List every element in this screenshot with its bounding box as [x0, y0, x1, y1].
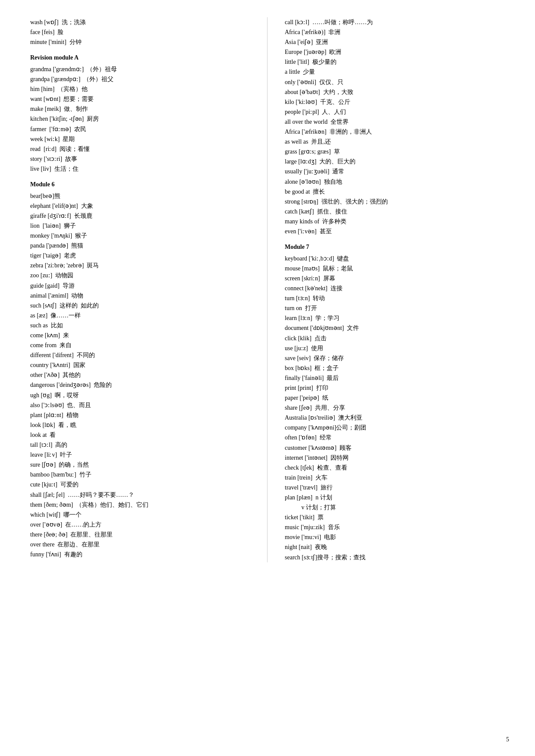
entry-line: box [bɒks] 框；盒子	[285, 363, 505, 373]
entry-line: farmer ['fɑːmə] 农民	[30, 124, 250, 134]
entry-line: travel ['trævl] 旅行	[285, 483, 505, 492]
entry-line: turn [tɜːn] 转动	[285, 293, 505, 303]
entry-line: read [riːd] 阅读；看懂	[30, 144, 250, 154]
entry-line: save [seiv] 保存；储存	[285, 353, 505, 363]
entry-line: live [liv] 生活；住	[30, 164, 250, 174]
entry-line: different ['difrent] 不同的	[30, 350, 250, 360]
entry-line: wash [wɒʃ] 洗；洗涤	[30, 17, 250, 27]
entry-line: Africa ['æfrikə)] 非洲	[285, 27, 505, 37]
entry-line: use [juːz] 使用	[285, 343, 505, 353]
entry-line: other ['ʌðə] 其他的	[30, 370, 250, 380]
entry-line: leave [liːv] 叶子	[30, 450, 250, 460]
entry-line: such [sʌtʃ] 这样的 如此的	[30, 301, 250, 311]
entry-line: music ['mjuːzik] 音乐	[285, 522, 505, 532]
entry-line: zoo [zuː] 动物园	[30, 270, 250, 280]
entry-line: tiger ['taigə] 老虎	[30, 251, 250, 260]
entry-line: which [witʃ] 哪一个	[30, 510, 250, 520]
entry-line: even ['iːvən] 甚至	[285, 226, 505, 236]
entry-line: share [ʃeə] 共用、分享	[285, 403, 505, 413]
entry-line: kilo ['kiːləʊ] 千克、公斤	[285, 97, 505, 107]
entry-line: make [meik] 做、制作	[30, 104, 250, 114]
entry-line: customer ['kʌstəmə] 顾客	[285, 443, 505, 453]
entry-line: check [tʃek] 检查、查看	[285, 463, 505, 473]
entry-line: v 计划；打算	[285, 502, 505, 512]
entry-line: grandpa ['grændpɑː] （外）祖父	[30, 74, 250, 84]
entry-line: be good at 擅长	[285, 187, 505, 197]
section-entries: bear[beə]熊elephant ['elif(ə)nt] 大象giraff…	[30, 191, 250, 559]
entry-line: over ['əʊvə] 在……的上方	[30, 520, 250, 530]
entry-line: print [print] 打印	[285, 383, 505, 393]
entry-line: panda ['pændə] 熊猫	[30, 241, 250, 251]
entry-line: week [wiːk] 星期	[30, 134, 250, 144]
entry-line: story ['stɔːri] 故事	[30, 154, 250, 164]
section-entries: grandma ['grændmɑː] （外）祖母grandpa ['grænd…	[30, 64, 250, 174]
entry-line: plant [plɑːnt] 植物	[30, 410, 250, 420]
entry-line: face [feis] 脸	[30, 27, 250, 37]
entry-line: people ['piːpl] 人、人们	[285, 107, 505, 117]
entry-line: Asia ['eiʃə] 亚洲	[285, 37, 505, 47]
entry-line: giraffe [dʒi'rɑːf] 长颈鹿	[30, 211, 250, 221]
entry-line: come [kʌm] 来	[30, 330, 250, 340]
entry-line: little ['litl] 极少量的	[285, 57, 505, 67]
entry-line: tall [tɔːl] 高的	[30, 440, 250, 450]
section-module-7: Module 7 keyboard ['kiːˌbɔːd] 键盘mouse [m…	[285, 242, 505, 562]
entry-line: look at 看	[30, 430, 250, 440]
entry-line: funny ['fʌni] 有趣的	[30, 549, 250, 559]
left-top-entries: wash [wɒʃ] 洗；洗涤 face [feis] 脸 minute ['m…	[30, 17, 250, 47]
entry-line: such as 比如	[30, 320, 250, 330]
entry-line: train [trein] 火车	[285, 473, 505, 483]
entry-line: lion ['laiən] 狮子	[30, 221, 250, 231]
entry-line: all over the world 全世界	[285, 117, 505, 127]
entry-line: strong [strɒŋ] 强壮的、强大的；强烈的	[285, 197, 505, 207]
section-title-module-6: Module 6	[30, 180, 250, 189]
entry-line: turn on 打开	[285, 303, 505, 313]
entry-line: ugh [ʊg] 啊，哎呀	[30, 390, 250, 400]
entry-line: usually ['juːʒuəli] 通常	[285, 166, 505, 176]
entry-line: dangerous ['deindʒərəs] 危险的	[30, 380, 250, 390]
entry-line: animal ['æniml] 动物	[30, 291, 250, 301]
entry-line: keyboard ['kiːˌbɔːd] 键盘	[285, 254, 505, 264]
entry-line: cute [kjuːt] 可爱的	[30, 480, 250, 489]
entry-line: country ['kʌntri] 国家	[30, 360, 250, 370]
entry-line: about [ə'baʊt] 大约，大致	[285, 87, 505, 97]
right-column: call [kɔːl] ……叫做；称呼……为Africa ['æfrikə)] …	[268, 17, 509, 562]
entry-line: many kinds of 许多种类	[285, 216, 505, 226]
entry-line: guide [gaid] 导游	[30, 281, 250, 291]
columns-wrapper: wash [wɒʃ] 洗；洗涤 face [feis] 脸 minute ['m…	[26, 17, 509, 562]
entry-line: them [ðem; ðəm] （宾格）他们、她们、它们	[30, 500, 250, 510]
entry-line: night [nait] 夜晚	[285, 542, 505, 552]
entry-line: Europe ['juərəp] 欧洲	[285, 47, 505, 57]
entry-line: grandma ['grændmɑː] （外）祖母	[30, 64, 250, 74]
entry-line: over there 在那边、在那里	[30, 540, 250, 549]
entry-line: also ['ɔːlsəʊ] 也、而且	[30, 400, 250, 410]
entry-line: want [wɒnt] 想要；需要	[30, 94, 250, 104]
entry-line: finally ['fainəli] 最后	[285, 373, 505, 383]
entry-line: bear[beə]熊	[30, 191, 250, 201]
entry-line: zebra ['ziːbrə; 'zebrə] 斑马	[30, 260, 250, 270]
entry-line: look [lɒk] 看，瞧	[30, 420, 250, 430]
entry-line: movie ['muːvi] 电影	[285, 532, 505, 542]
entry-line: call [kɔːl] ……叫做；称呼……为	[285, 17, 505, 27]
entry-line: monkey ['mʌŋki] 猴子	[30, 231, 250, 241]
entry-line: paper ['peipə] 纸	[285, 393, 505, 403]
entry-line: mouse [maʊs] 鼠标；老鼠	[285, 264, 505, 273]
entry-line: him [him] （宾格）他	[30, 84, 250, 94]
entry-line: there [ðeə; ðə] 在那里、往那里	[30, 530, 250, 540]
entry-line: come from 来自	[30, 340, 250, 350]
entry-line: search [sɜːtʃ]搜寻；搜索；查找	[285, 552, 505, 562]
entry-line: plan [plæn] n 计划	[285, 492, 505, 502]
entry-line: screen [skriːn] 屏幕	[285, 273, 505, 283]
entry-line: sure [ʃʊə] 的确，当然	[30, 460, 250, 470]
entry-line: Australia [ɒs'treiliə] 澳大利亚	[285, 413, 505, 423]
entry-line: internet ['intənet] 因特网	[285, 453, 505, 463]
section-title-revision-a: Revision module A	[30, 53, 250, 63]
entry-line: bamboo [bæm'buː] 竹子	[30, 470, 250, 480]
entry-line: as [æz] 像……一样	[30, 311, 250, 320]
entry-line: large [lɑːdʒ] 大的、巨大的	[285, 157, 505, 166]
entry-line: click [klik] 点击	[285, 333, 505, 343]
entry-line: document ['dɒkjʊmənt] 文件	[285, 323, 505, 333]
entry-line: elephant ['elif(ə)nt] 大象	[30, 201, 250, 211]
entry-line: connect [kə'nekt] 连接	[285, 283, 505, 293]
section-title-module-7: Module 7	[285, 242, 505, 252]
entry-line: learn [lɜːn] 学；学习	[285, 313, 505, 323]
